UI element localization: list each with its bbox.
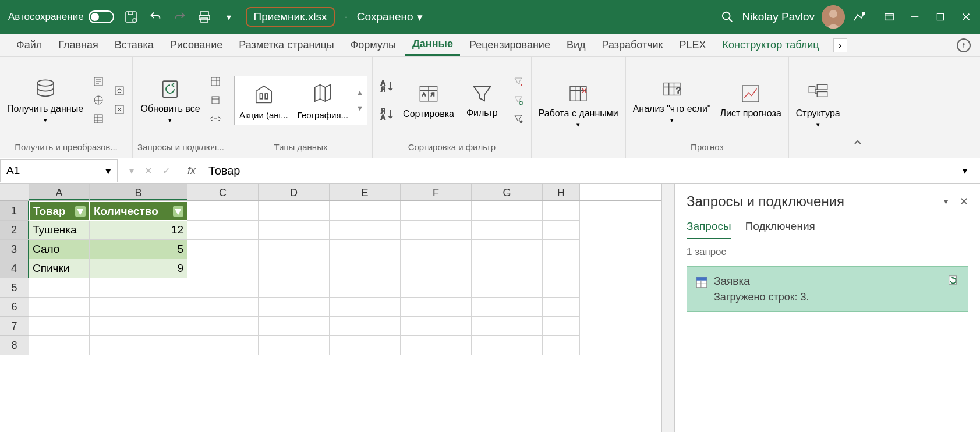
- cell[interactable]: [90, 336, 187, 355]
- cell[interactable]: [187, 317, 259, 336]
- cell[interactable]: [259, 298, 330, 317]
- col-header-g[interactable]: G: [472, 184, 543, 200]
- tab-pagelayout[interactable]: Разметка страницы: [232, 36, 341, 55]
- cell[interactable]: [29, 317, 90, 336]
- cell[interactable]: Тушенка: [29, 221, 90, 240]
- cell[interactable]: [472, 278, 543, 298]
- cell[interactable]: [330, 278, 401, 298]
- cell[interactable]: [543, 336, 580, 355]
- cell[interactable]: [187, 221, 259, 240]
- stocks-type[interactable]: Акции (анг...: [239, 81, 288, 120]
- forecast-sheet-button[interactable]: Лист прогноза: [718, 79, 784, 121]
- col-header-f[interactable]: F: [401, 184, 472, 200]
- cell[interactable]: [330, 259, 401, 278]
- from-table-icon[interactable]: [90, 111, 107, 127]
- tab-scroll-right-icon[interactable]: ›: [833, 38, 847, 52]
- cell[interactable]: [330, 221, 401, 240]
- panel-tab-queries[interactable]: Запросы: [687, 220, 731, 239]
- data-types-down-icon[interactable]: ▾: [358, 102, 362, 114]
- cell[interactable]: [187, 240, 259, 259]
- cell[interactable]: [90, 317, 187, 336]
- confirm-formula-icon[interactable]: ✓: [162, 165, 170, 176]
- cell[interactable]: [472, 336, 543, 355]
- cell[interactable]: [472, 201, 543, 221]
- save-status[interactable]: Сохранено ▾: [357, 10, 423, 24]
- properties-icon[interactable]: [207, 92, 224, 108]
- cell[interactable]: [330, 298, 401, 317]
- filter-dropdown-icon[interactable]: ▾: [173, 206, 183, 217]
- sort-desc-icon[interactable]: ЯА: [377, 104, 398, 125]
- from-web-icon[interactable]: [90, 92, 107, 108]
- cell[interactable]: [401, 221, 472, 240]
- cell[interactable]: [330, 317, 401, 336]
- cell[interactable]: [330, 201, 401, 221]
- cell[interactable]: [543, 278, 580, 298]
- fx-icon[interactable]: fx: [182, 165, 201, 177]
- cell[interactable]: [330, 240, 401, 259]
- cell[interactable]: [187, 278, 259, 298]
- row-header-6[interactable]: 6: [0, 298, 29, 317]
- edit-links-icon[interactable]: [207, 111, 224, 127]
- data-tools-button[interactable]: Работа с данными ▾: [536, 79, 621, 131]
- tab-file[interactable]: Файл: [9, 36, 49, 55]
- undo-icon[interactable]: [148, 9, 163, 24]
- cell[interactable]: [187, 201, 259, 221]
- user-avatar[interactable]: [822, 5, 845, 29]
- cell[interactable]: [401, 317, 472, 336]
- cell[interactable]: [259, 240, 330, 259]
- cell[interactable]: [259, 336, 330, 355]
- formula-input[interactable]: Товар: [201, 164, 963, 178]
- print-icon[interactable]: [197, 9, 212, 24]
- collapse-ribbon-icon[interactable]: [852, 137, 868, 153]
- what-if-button[interactable]: ? Анализ "что если" ▾: [631, 75, 713, 126]
- recent-sources-icon[interactable]: [111, 83, 128, 99]
- help-icon[interactable]: [957, 38, 971, 52]
- cell[interactable]: [29, 278, 90, 298]
- tab-draw[interactable]: Рисование: [163, 36, 230, 55]
- sort-button[interactable]: АЯ Сортировка: [403, 81, 454, 119]
- cell[interactable]: [472, 240, 543, 259]
- tab-developer[interactable]: Разработчик: [595, 36, 670, 55]
- filter-button[interactable]: Фильтр: [459, 77, 505, 123]
- ribbon-display-icon[interactable]: [883, 11, 895, 23]
- cell[interactable]: [543, 259, 580, 278]
- panel-tab-connections[interactable]: Подключения: [745, 220, 815, 239]
- cell[interactable]: [472, 317, 543, 336]
- tab-review[interactable]: Рецензирование: [462, 36, 557, 55]
- search-icon[interactable]: [720, 9, 735, 24]
- cell[interactable]: [401, 259, 472, 278]
- cell[interactable]: [543, 221, 580, 240]
- reapply-filter-icon[interactable]: [510, 92, 526, 108]
- cell[interactable]: [259, 201, 330, 221]
- outline-button[interactable]: Структура ▾: [794, 79, 843, 131]
- cell[interactable]: [187, 336, 259, 355]
- cell[interactable]: [29, 336, 90, 355]
- cell[interactable]: [401, 278, 472, 298]
- row-header-2[interactable]: 2: [0, 221, 29, 240]
- cell[interactable]: [187, 259, 259, 278]
- cell[interactable]: Спички: [29, 259, 90, 278]
- cell[interactable]: [29, 298, 90, 317]
- existing-connections-icon[interactable]: [111, 101, 128, 118]
- cell[interactable]: [259, 278, 330, 298]
- cancel-formula-icon[interactable]: ✕: [144, 165, 152, 176]
- panel-dropdown-icon[interactable]: ▾: [944, 197, 948, 206]
- cell[interactable]: [90, 278, 187, 298]
- col-header-c[interactable]: C: [187, 184, 259, 200]
- sort-asc-icon[interactable]: АЯ: [377, 76, 398, 97]
- insights-icon[interactable]: [852, 9, 867, 24]
- cell[interactable]: 12: [90, 221, 187, 240]
- cell[interactable]: [401, 240, 472, 259]
- cell[interactable]: [401, 201, 472, 221]
- qat-dropdown-icon[interactable]: ▾: [221, 9, 236, 24]
- cell[interactable]: [472, 259, 543, 278]
- cell[interactable]: [259, 317, 330, 336]
- select-all-corner[interactable]: [0, 184, 29, 200]
- vertical-scrollbar[interactable]: [661, 184, 674, 432]
- cell[interactable]: [330, 336, 401, 355]
- redo-icon[interactable]: [172, 9, 187, 24]
- cell[interactable]: [90, 298, 187, 317]
- close-icon[interactable]: [960, 11, 972, 23]
- cell[interactable]: 9: [90, 259, 187, 278]
- table-header-cell[interactable]: Товар ▾: [29, 201, 90, 221]
